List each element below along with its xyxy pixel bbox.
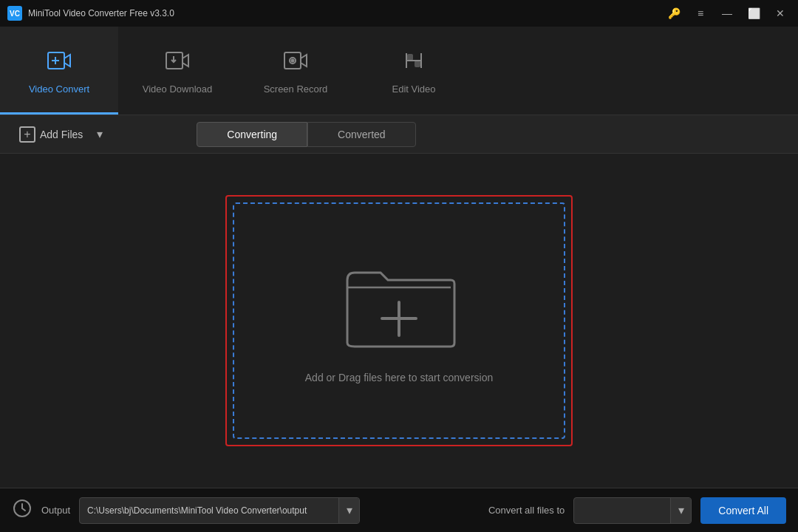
nav-item-video-convert[interactable]: Video Convert	[0, 27, 118, 115]
convert-all-label: Convert all files to	[488, 505, 565, 516]
nav-label-video-convert: Video Convert	[29, 83, 89, 95]
video-download-icon	[164, 47, 191, 78]
output-path: C:\Users\bj\Documents\MiniTool Video Con…	[80, 501, 338, 520]
restore-button[interactable]: ⬜	[743, 3, 764, 24]
tab-converting[interactable]: Converting	[197, 122, 307, 147]
convert-all-button[interactable]: Convert All	[700, 497, 786, 524]
svg-rect-5	[408, 55, 412, 60]
add-files-plus-icon: +	[19, 126, 35, 143]
minimize-button[interactable]: —	[717, 3, 737, 24]
tab-container: Converting Converted	[197, 122, 415, 147]
video-convert-icon	[46, 47, 72, 78]
edit-video-icon	[400, 47, 427, 78]
key-button[interactable]: 🔑	[664, 3, 684, 24]
app-title: MiniTool Video Converter Free v3.3.0	[28, 8, 174, 18]
svg-rect-6	[415, 61, 420, 66]
folder-icon	[340, 258, 458, 357]
drop-zone-text: Add or Drag files here to start conversi…	[305, 372, 493, 383]
output-label: Output	[41, 505, 70, 516]
add-files-label: Add Files	[40, 129, 83, 140]
title-bar-left: VC MiniTool Video Converter Free v3.3.0	[7, 6, 174, 21]
drop-zone-inner[interactable]: Add or Drag files here to start conversi…	[233, 202, 565, 439]
output-path-container[interactable]: C:\Users\bj\Documents\MiniTool Video Con…	[79, 497, 360, 524]
bottom-bar: Output C:\Users\bj\Documents\MiniTool Vi…	[0, 488, 798, 532]
add-files-dropdown[interactable]: ▾	[92, 126, 108, 143]
tab-converted[interactable]: Converted	[307, 122, 416, 147]
title-bar-controls: 🔑 ≡ — ⬜ ✕	[664, 3, 791, 24]
nav-item-edit-video[interactable]: Edit Video	[355, 27, 473, 115]
nav-label-screen-record: Screen Record	[264, 83, 328, 95]
format-select	[574, 506, 670, 515]
drop-zone[interactable]: Add or Drag files here to start conversi…	[225, 195, 573, 446]
toolbar: + Add Files ▾ Converting Converted	[0, 115, 798, 154]
app-logo: VC	[7, 6, 22, 21]
close-button[interactable]: ✕	[770, 3, 791, 24]
clock-icon	[12, 498, 33, 523]
main-content: Add or Drag files here to start conversi…	[0, 154, 798, 488]
svg-point-4	[292, 59, 294, 61]
nav-item-video-download[interactable]: Video Download	[118, 27, 236, 115]
title-bar: VC MiniTool Video Converter Free v3.3.0 …	[0, 0, 798, 27]
add-files-button[interactable]: + Add Files	[12, 122, 90, 147]
nav-label-video-download: Video Download	[143, 83, 212, 95]
menu-button[interactable]: ≡	[690, 3, 711, 24]
nav-item-screen-record[interactable]: Screen Record	[236, 27, 355, 115]
nav-label-edit-video: Edit Video	[392, 83, 435, 95]
format-dropdown-button[interactable]: ▾	[670, 498, 691, 523]
screen-record-icon	[282, 47, 309, 78]
nav-bar: Video Convert Video Download Screen Reco…	[0, 27, 798, 115]
output-path-dropdown-button[interactable]: ▾	[338, 498, 359, 523]
format-dropdown[interactable]: ▾	[573, 497, 692, 524]
